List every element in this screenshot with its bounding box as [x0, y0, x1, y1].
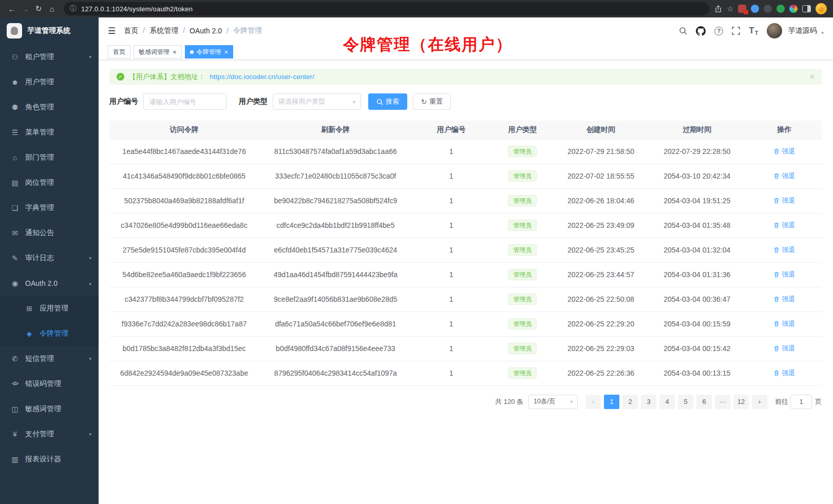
extension-badge	[744, 10, 748, 14]
tab-token-manage[interactable]: 令牌管理 ×	[185, 45, 234, 59]
sidebar-item-sensitive-word[interactable]: ◫ 敏感词管理	[0, 396, 99, 421]
sidebar-item-role[interactable]: ⚉ 角色管理	[0, 94, 99, 120]
close-icon[interactable]: ×	[224, 49, 229, 55]
pagination-page-3[interactable]: 3	[641, 395, 656, 409]
dept-icon: ⌂	[10, 153, 20, 162]
site-info-icon[interactable]: ⓘ	[70, 4, 77, 13]
sidebar-item-app-manage[interactable]: ⊞ 应用管理	[0, 296, 99, 321]
sidebar-collapse-icon[interactable]: ☰	[108, 26, 116, 36]
doc-link[interactable]: https://doc.iocoder.cn/user-center/	[210, 73, 314, 81]
force-logout-button[interactable]: 强退	[773, 319, 795, 328]
app-logo-row[interactable]: 芋道管理系统	[0, 17, 99, 44]
table-row: 275e5de9151045fe87cbdc395e004f4d e6cfd40…	[109, 238, 822, 262]
home-icon[interactable]: ⌂	[45, 2, 59, 15]
sidebar-item-audit-log[interactable]: ✎ 审计日志 ▾	[0, 245, 99, 270]
user-id-label: 用户编号	[109, 97, 138, 106]
sidebar-item-payment[interactable]: ¥ 支付管理 ▾	[0, 421, 99, 447]
sidebar-item-dict[interactable]: ❏ 字典管理	[0, 195, 99, 220]
pagination-page-12[interactable]: 12	[733, 395, 749, 409]
pagination-page-2[interactable]: 2	[622, 395, 638, 409]
chevron-down-icon: ▾	[89, 432, 91, 437]
sidebar-item-sms[interactable]: ✆ 短信管理 ▾	[0, 346, 99, 371]
reload-icon[interactable]: ↻	[32, 2, 45, 15]
page-size-select[interactable]: 10条/页 ▾	[528, 395, 578, 409]
tab-home[interactable]: 首页	[108, 45, 130, 59]
extension-icon-blue[interactable]	[751, 5, 759, 13]
pagination-page-5[interactable]: 5	[678, 395, 693, 409]
goto-page-input[interactable]	[790, 395, 812, 409]
extension-icon-multicolor[interactable]	[789, 5, 798, 13]
close-icon[interactable]: ×	[173, 49, 177, 55]
force-logout-button[interactable]: 强退	[773, 147, 795, 156]
force-logout-button[interactable]: 强退	[773, 245, 795, 255]
refresh-token-cell: 9ce8ef2aa9f14056b831ae9b608e28d5	[259, 287, 412, 312]
force-logout-button[interactable]: 强退	[773, 221, 795, 230]
pagination-next-button[interactable]: ›	[752, 395, 767, 409]
expire-time-cell: 2054-03-04 01:31:36	[647, 262, 747, 287]
share-icon[interactable]	[714, 5, 722, 13]
extension-icon-green[interactable]	[777, 5, 785, 13]
sidebar-item-oauth[interactable]: ◉ OAuth 2.0 ▴	[0, 270, 99, 296]
refresh-token-cell: 333ecfc71e02480cb11055c875c3ca0f	[259, 164, 412, 188]
font-size-icon[interactable]: TT	[749, 26, 758, 36]
sidebar-item-token-manage[interactable]: ◈ 令牌管理	[0, 321, 99, 346]
side-panel-icon[interactable]	[802, 5, 811, 12]
sidebar-item-post[interactable]: ▤ 岗位管理	[0, 170, 99, 195]
search-icon[interactable]	[679, 27, 687, 35]
alert-close-icon[interactable]: ×	[810, 72, 815, 82]
pagination-page-6[interactable]: 6	[696, 395, 712, 409]
page-content: ✓ 【用户体系】文档地址： https://doc.iocoder.cn/use…	[99, 60, 833, 504]
back-icon[interactable]: ←	[5, 2, 18, 15]
bookmark-star-icon[interactable]: ☆	[727, 5, 733, 13]
extension-icon-dark[interactable]	[764, 5, 772, 13]
sidebar-item-error-code[interactable]: </> 错误码管理	[0, 371, 99, 396]
user-type-cell: 管理员	[490, 188, 555, 213]
error-code-icon: </>	[10, 381, 20, 386]
pagination-page-4[interactable]: 4	[659, 395, 675, 409]
tab-sensitive-word[interactable]: 敏感词管理 ×	[134, 45, 182, 59]
sidebar-item-user[interactable]: ☻ 用户管理	[0, 69, 99, 94]
user-menu-caret-icon[interactable]: ▾	[821, 30, 824, 35]
pagination-page-1[interactable]: 1	[604, 395, 619, 409]
breadcrumb-home[interactable]: 首页	[124, 26, 149, 35]
sidebar-item-menu[interactable]: ☰ 菜单管理	[0, 120, 99, 145]
col-access-token: 访问令牌	[109, 121, 259, 139]
browser-profile-avatar[interactable]: ☺	[816, 3, 827, 14]
sidebar-item-report-designer[interactable]: ▥ 报表设计器	[0, 447, 99, 472]
github-icon[interactable]	[696, 26, 706, 36]
user-type-cell: 管理员	[490, 164, 555, 188]
sidebar-item-tenant[interactable]: ⚇ 租户管理 ▾	[0, 44, 99, 69]
breadcrumb-oauth[interactable]: OAuth 2.0	[190, 27, 233, 35]
address-bar[interactable]: ⓘ 127.0.0.1:1024/system/oauth2/token	[64, 2, 709, 15]
force-logout-button[interactable]: 强退	[773, 295, 795, 304]
user-id-cell: 1	[412, 188, 490, 213]
sidebar-item-dept[interactable]: ⌂ 部门管理	[0, 145, 99, 170]
reset-button[interactable]: ↻ 重置	[413, 93, 451, 110]
url-text: 127.0.0.1:1024/system/oauth2/token	[81, 5, 193, 13]
help-icon[interactable]: ?	[714, 27, 723, 35]
action-cell: 强退	[747, 312, 822, 336]
extension-icon-adblock[interactable]	[738, 5, 746, 13]
user-id-input[interactable]	[143, 93, 226, 110]
search-button[interactable]: 搜索	[368, 93, 407, 110]
sidebar-item-notice[interactable]: ✉ 通知公告	[0, 220, 99, 245]
force-logout-button[interactable]: 强退	[773, 344, 795, 353]
breadcrumb-system[interactable]: 系统管理	[149, 26, 190, 35]
user-type-badge: 管理员	[508, 170, 537, 182]
trash-icon	[773, 321, 780, 327]
force-logout-button[interactable]: 强退	[773, 270, 795, 279]
username[interactable]: 芋道源码	[788, 26, 817, 35]
force-logout-button[interactable]: 强退	[773, 171, 795, 181]
dict-icon: ❏	[10, 204, 20, 212]
force-logout-button[interactable]: 强退	[773, 369, 795, 378]
user-type-cell: 管理员	[490, 262, 555, 287]
user-avatar[interactable]	[767, 23, 782, 38]
force-logout-button[interactable]: 强退	[773, 196, 795, 205]
user-type-select[interactable]: 请选择用户类型 ▾	[273, 93, 361, 110]
pagination-prev-button[interactable]: ‹	[585, 395, 601, 409]
forward-icon[interactable]: →	[18, 2, 32, 15]
fullscreen-icon[interactable]	[732, 27, 740, 35]
page-unit-label: 页	[815, 397, 822, 406]
pagination-more-button[interactable]: ···	[715, 395, 730, 409]
access-token-cell: c347026e805e4d99b0d116eae66eda8c	[109, 213, 259, 238]
